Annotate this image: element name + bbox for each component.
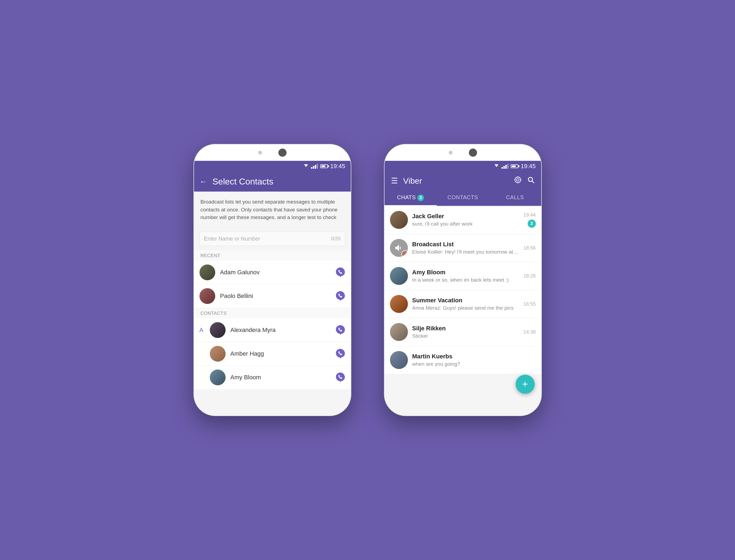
tab-contacts[interactable]: CONTACTS xyxy=(437,190,489,205)
chat-info: Summer Vacation Anna Meraz: Guys! please… xyxy=(412,297,519,311)
qr-icon[interactable] xyxy=(514,176,522,186)
speaker-2 xyxy=(469,149,477,157)
viber-icon xyxy=(336,291,345,301)
phone-top-bar xyxy=(194,144,351,161)
new-chat-fab[interactable]: + xyxy=(516,375,535,394)
chat-time: 19:44 xyxy=(523,212,536,218)
broadcast-description: Broadcast lists let you send separate me… xyxy=(194,192,351,227)
section-letter-empty: A xyxy=(199,350,208,357)
svg-point-1 xyxy=(516,179,519,181)
chat-time: 18:28 xyxy=(523,273,536,279)
status-time-2: 19:45 xyxy=(521,163,536,170)
viber-icon xyxy=(336,325,345,335)
chat-info: Amy Bloom In a week or so, when im back … xyxy=(412,269,519,283)
svg-point-6 xyxy=(528,177,532,181)
contact-name: Amber Hagg xyxy=(230,350,331,357)
status-bar: 19:45 xyxy=(194,161,351,172)
recent-section-label: RECENT xyxy=(194,250,351,261)
avatar xyxy=(199,264,215,280)
chat-time: 14:38 xyxy=(523,329,536,335)
front-camera-2 xyxy=(449,151,453,155)
chat-info: Jack Geller sure, i'll call you after wo… xyxy=(412,213,519,227)
chat-name: Summer Vacation xyxy=(412,297,519,304)
chat-time: 18:56 xyxy=(523,245,536,251)
chat-name: Broadcast List xyxy=(412,241,519,248)
avatar xyxy=(210,322,226,338)
wifi-icon xyxy=(303,164,309,168)
section-letter-empty2: A xyxy=(199,374,208,381)
chat-info: Broadcast List Eloise Koiller: Hey! I'll… xyxy=(412,241,519,255)
chat-item[interactable]: Broadcast List Eloise Koiller: Hey! I'll… xyxy=(385,234,541,262)
chat-item[interactable]: Silje Rikken Sticker 14:38 xyxy=(385,318,541,346)
viber-icon xyxy=(336,267,345,277)
chat-meta: 18:56 xyxy=(523,245,536,251)
chat-meta: 16:55 xyxy=(523,301,536,307)
svg-point-0 xyxy=(515,177,521,183)
chat-meta: 19:44 3 xyxy=(523,212,536,228)
contacts-list: A Alexandera Myra A Amber Hagg xyxy=(194,318,351,389)
tab-calls[interactable]: CALLS xyxy=(489,190,541,205)
list-item[interactable]: A Alexandera Myra xyxy=(194,318,351,342)
list-item[interactable]: Adam Galunov xyxy=(194,261,351,284)
chat-name: Jack Geller xyxy=(412,213,519,220)
chat-preview: sure, i'll call you after work xyxy=(412,221,519,227)
chat-preview: Eloise Koiller: Hey! I'll meet you tomor… xyxy=(412,249,519,255)
header-icons xyxy=(514,176,535,186)
chat-name: Martin Kuerbs xyxy=(412,353,531,360)
signal-icon xyxy=(311,164,318,169)
phone-viber-chats: 19:45 ☰ Viber xyxy=(384,144,542,416)
chat-meta: 18:28 xyxy=(523,273,536,279)
list-item[interactable]: Paolo Bellini xyxy=(194,284,351,308)
avatar xyxy=(210,346,226,362)
phone-top-bar-2 xyxy=(385,144,541,161)
chat-meta: 14:38 xyxy=(523,329,536,335)
app-header: ☰ Viber xyxy=(385,172,541,190)
app-title: Viber xyxy=(403,176,514,186)
avatar xyxy=(390,351,408,369)
search-input-area[interactable]: Enter Name or Number 0/20 xyxy=(199,232,345,246)
scroll-area[interactable]: Broadcast lists let you send separate me… xyxy=(194,192,351,416)
menu-button[interactable]: ☰ xyxy=(391,176,398,185)
chat-info: Silje Rikken Sticker xyxy=(412,325,519,339)
section-letter: A xyxy=(199,327,208,334)
avatar xyxy=(390,323,408,341)
status-time: 19:45 xyxy=(330,163,345,170)
broadcast-avatar xyxy=(390,239,408,257)
recent-contacts-list: Adam Galunov Paolo Bellini xyxy=(194,261,351,308)
chat-item[interactable]: Jack Geller sure, i'll call you after wo… xyxy=(385,206,541,234)
status-bar-2: 19:45 xyxy=(385,161,541,172)
unread-badge: 3 xyxy=(528,220,536,228)
avatar xyxy=(390,267,408,285)
chat-preview: when are you going? xyxy=(412,361,531,367)
list-item[interactable]: A Amber Hagg xyxy=(194,342,351,366)
broadcast-sub-avatar xyxy=(401,250,408,257)
back-button[interactable]: ← xyxy=(199,177,207,186)
chat-item[interactable]: Martin Kuerbs when are you going? xyxy=(385,346,541,374)
battery-icon-2 xyxy=(511,164,518,168)
search-button[interactable] xyxy=(527,176,535,186)
chat-info: Martin Kuerbs when are you going? xyxy=(412,353,531,367)
tab-chats[interactable]: CHATS3 xyxy=(385,190,437,205)
search-count: 0/20 xyxy=(331,236,340,242)
signal-icon-2 xyxy=(502,164,509,169)
contact-name: Paolo Bellini xyxy=(220,293,331,300)
chats-badge: 3 xyxy=(417,195,424,201)
chat-item[interactable]: Summer Vacation Anna Meraz: Guys! please… xyxy=(385,290,541,318)
chat-name: Amy Bloom xyxy=(412,269,519,276)
chat-preview: In a week or so, when im back lets meet … xyxy=(412,277,519,283)
front-camera xyxy=(258,151,262,155)
viber-icon xyxy=(336,373,345,382)
screen-header: ← Select Contacts xyxy=(194,172,351,192)
avatar xyxy=(390,295,408,313)
svg-line-7 xyxy=(532,181,534,183)
chat-list: Jack Geller sure, i'll call you after wo… xyxy=(385,206,541,374)
speaker xyxy=(278,149,287,157)
viber-icon xyxy=(336,349,345,359)
chat-name: Silje Rikken xyxy=(412,325,519,332)
chat-preview: Sticker xyxy=(412,333,519,339)
navigation-tabs: CHATS3 CONTACTS CALLS xyxy=(385,190,541,206)
list-item[interactable]: A Amy Bloom xyxy=(194,366,351,389)
chat-item[interactable]: Amy Bloom In a week or so, when im back … xyxy=(385,262,541,290)
contacts-section-label: CONTACTS xyxy=(194,308,351,318)
contact-name: Amy Bloom xyxy=(230,374,331,381)
